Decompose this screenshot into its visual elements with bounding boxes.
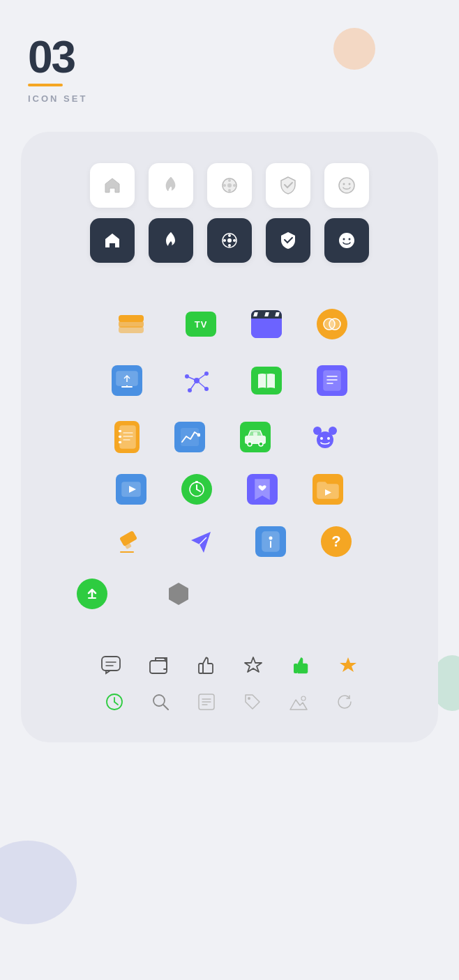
- svg-point-15: [339, 233, 354, 248]
- presenter-icon-wrap[interactable]: [112, 365, 142, 396]
- tv-icon: TV: [186, 312, 216, 337]
- reel-dark-box[interactable]: [207, 218, 252, 263]
- svg-point-8: [349, 183, 351, 185]
- thumbs-up-green-icon[interactable]: [287, 651, 315, 679]
- reel-light-box[interactable]: [207, 163, 252, 208]
- home-dark-box[interactable]: [90, 218, 135, 263]
- tag-outline-icon[interactable]: [240, 689, 265, 714]
- bear-icon-wrap[interactable]: [306, 418, 345, 457]
- face-dark-icon: [337, 231, 356, 250]
- reel-light-icon: [220, 176, 239, 195]
- clock-outline-green-icon[interactable]: [102, 689, 127, 714]
- page-title: ICON SET: [28, 93, 459, 104]
- network-icon: [177, 361, 216, 400]
- tv-icon-wrap[interactable]: TV: [186, 312, 216, 337]
- send-icon-wrap[interactable]: [181, 522, 220, 561]
- face-light-icon: [337, 176, 356, 195]
- svg-rect-41: [119, 441, 121, 443]
- film-ticket-icon-wrap[interactable]: [116, 474, 146, 505]
- question-icon-wrap[interactable]: ?: [321, 526, 352, 557]
- fire-dark-icon: [163, 231, 179, 250]
- clapperboard-icon-wrap[interactable]: [251, 310, 282, 338]
- face-light-box[interactable]: [324, 163, 369, 208]
- chat-bubble-outline-icon[interactable]: [97, 651, 125, 679]
- shield-light-icon: [279, 176, 297, 195]
- info-card-icon: [255, 526, 286, 557]
- car-icon: [240, 422, 271, 452]
- svg-point-16: [343, 238, 345, 240]
- network-icon-wrap[interactable]: [177, 361, 216, 400]
- svg-point-54: [320, 437, 323, 440]
- svg-rect-78: [294, 664, 298, 673]
- hexagon-icon-wrap[interactable]: [163, 579, 194, 609]
- folder-play-icon: [313, 474, 343, 505]
- svg-rect-76: [199, 664, 203, 673]
- home-light-box[interactable]: [90, 163, 135, 208]
- colored-row-6: [21, 579, 438, 609]
- document-icon-wrap[interactable]: [317, 365, 347, 396]
- svg-rect-61: [195, 481, 198, 483]
- eraser-icon-wrap[interactable]: [107, 522, 146, 561]
- upload-icon-wrap[interactable]: [77, 579, 107, 609]
- shield-dark-box[interactable]: [266, 218, 310, 263]
- open-book-icon-wrap[interactable]: [251, 367, 282, 395]
- svg-point-4: [223, 184, 226, 187]
- svg-point-5: [233, 184, 236, 187]
- home-dark-icon: [103, 231, 122, 250]
- clock-green-icon: [181, 474, 212, 505]
- svg-rect-34: [324, 371, 340, 390]
- home-light-icon: [103, 176, 122, 195]
- shield-light-box[interactable]: [266, 163, 310, 208]
- shield-dark-icon: [279, 231, 297, 250]
- svg-point-3: [228, 189, 231, 192]
- layers-icon-wrap[interactable]: [112, 305, 151, 344]
- svg-point-7: [343, 183, 345, 185]
- line-chart-icon-wrap[interactable]: [174, 422, 205, 452]
- svg-rect-39: [119, 430, 121, 432]
- upload-circle-icon: [77, 579, 107, 609]
- bottom-outline-row: [21, 651, 438, 679]
- svg-point-1: [227, 183, 232, 187]
- svg-point-55: [327, 437, 330, 440]
- search-outline-icon[interactable]: [148, 689, 173, 714]
- notebook-icon-wrap[interactable]: [114, 421, 140, 453]
- fire-light-box[interactable]: [149, 163, 193, 208]
- car-icon-wrap[interactable]: [240, 422, 271, 452]
- svg-point-25: [185, 374, 189, 378]
- svg-rect-75: [150, 661, 167, 673]
- line-chart-icon: [174, 422, 205, 452]
- layers-icon: [116, 311, 146, 337]
- share-box-outline-icon[interactable]: [144, 651, 172, 679]
- svg-rect-20: [119, 315, 144, 322]
- coin-chat-icon: [317, 309, 347, 339]
- svg-point-12: [228, 244, 231, 247]
- svg-line-84: [163, 705, 168, 710]
- fire-light-icon: [163, 176, 179, 195]
- list-outline-icon[interactable]: [194, 689, 219, 714]
- icon-showcase-card: TV: [21, 132, 438, 742]
- star-filled-icon[interactable]: [334, 651, 362, 679]
- star-outline-icon[interactable]: [239, 651, 267, 679]
- mountain-outline-icon[interactable]: [286, 689, 311, 714]
- light-bottom-row: [21, 689, 438, 714]
- thumbs-up-outline-icon[interactable]: [192, 651, 220, 679]
- clock-green-icon-wrap[interactable]: [181, 474, 212, 505]
- info-card-icon-wrap[interactable]: [255, 526, 286, 557]
- folder-play-icon-wrap[interactable]: [313, 474, 343, 505]
- bookmark-heart-icon: [247, 474, 278, 505]
- coin-chat-icon-wrap[interactable]: [317, 309, 347, 339]
- svg-point-10: [227, 238, 232, 243]
- refresh-outline-icon[interactable]: [332, 689, 357, 714]
- colored-row-4: [21, 474, 438, 505]
- icon-row-dark: [21, 218, 438, 263]
- presenter-icon: [112, 365, 142, 396]
- bookmark-heart-icon-wrap[interactable]: [247, 474, 278, 505]
- face-dark-box[interactable]: [324, 218, 369, 263]
- colored-row-3: [21, 418, 438, 457]
- send-icon: [181, 522, 220, 561]
- svg-line-82: [114, 702, 118, 705]
- svg-line-60: [197, 489, 200, 491]
- svg-point-68: [269, 537, 273, 540]
- fire-dark-box[interactable]: [149, 218, 193, 263]
- open-book-icon: [251, 367, 282, 395]
